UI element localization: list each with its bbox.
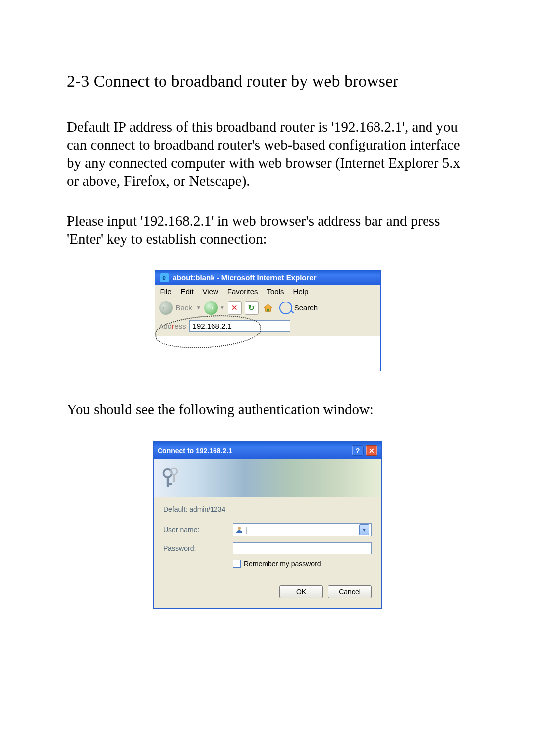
chevron-down-icon[interactable]: ▾	[359, 524, 369, 535]
paragraph-auth: You should see the following authenticat…	[67, 401, 468, 418]
auth-banner	[154, 459, 381, 497]
username-label: User name:	[163, 526, 233, 534]
ie-address-bar: Address	[155, 318, 380, 336]
ie-titlebar: e about:blank - Microsoft Internet Explo…	[155, 270, 380, 285]
keys-icon	[160, 467, 182, 489]
search-button[interactable]: Search	[279, 302, 318, 314]
forward-button[interactable]: →	[204, 301, 218, 315]
address-label: Address	[159, 322, 186, 330]
ok-button[interactable]: OK	[279, 585, 323, 598]
forward-dropdown-icon[interactable]: ▼	[220, 305, 225, 310]
ie-content-area	[155, 336, 380, 371]
menu-file[interactable]: File	[160, 287, 172, 296]
user-icon	[235, 526, 243, 534]
help-button[interactable]: ?	[352, 445, 364, 456]
svg-rect-3	[169, 483, 172, 485]
auth-dialog: Connect to 192.168.2.1 ? ✕ Default: admi…	[153, 441, 382, 609]
menu-edit[interactable]: Edit	[181, 287, 194, 296]
home-button[interactable]	[262, 302, 274, 314]
remember-password-label: Remember my password	[244, 560, 321, 568]
close-button[interactable]: ✕	[366, 445, 377, 456]
home-icon	[263, 302, 273, 313]
refresh-button[interactable]: ↻	[245, 301, 259, 315]
back-button[interactable]: ←	[159, 301, 173, 315]
menu-tools[interactable]: Tools	[267, 287, 284, 296]
search-icon	[279, 302, 292, 314]
menu-view[interactable]: View	[203, 287, 218, 296]
paragraph-intro: Default IP address of this broadband rou…	[67, 118, 468, 190]
svg-point-6	[238, 527, 241, 530]
ie-window: e about:blank - Microsoft Internet Explo…	[155, 270, 380, 371]
username-combo[interactable]: | ▾	[233, 523, 372, 536]
paragraph-instruction: Please input '192.168.2.1' in web browse…	[67, 212, 468, 248]
address-input[interactable]	[189, 320, 290, 332]
menu-help[interactable]: Help	[293, 287, 309, 296]
back-dropdown-icon[interactable]: ▼	[196, 305, 201, 310]
ie-toolbar: ← Back ▼ → ▼ ✕ ↻ Search	[155, 298, 380, 318]
back-button-label: Back	[176, 303, 192, 312]
svg-rect-5	[173, 474, 175, 483]
auth-titlebar: Connect to 192.168.2.1 ? ✕	[154, 442, 381, 459]
auth-hint-text: Default: admin/1234	[163, 505, 372, 513]
auth-window-title: Connect to 192.168.2.1	[158, 447, 232, 454]
search-button-label: Search	[294, 303, 318, 312]
password-field[interactable]	[233, 542, 372, 554]
stop-button[interactable]: ✕	[228, 301, 242, 315]
section-heading: 2-3 Connect to broadband router by web b…	[67, 72, 468, 91]
svg-rect-0	[267, 308, 269, 311]
ie-menubar: File Edit View Favorites Tools Help	[155, 285, 380, 298]
username-cursor: |	[245, 526, 247, 534]
ie-logo-icon: e	[160, 273, 169, 282]
ie-window-title: about:blank - Microsoft Internet Explore…	[173, 273, 317, 282]
cancel-button[interactable]: Cancel	[328, 585, 372, 598]
remember-password-checkbox[interactable]	[233, 560, 241, 568]
password-label: Password:	[163, 544, 233, 552]
svg-rect-2	[167, 477, 169, 487]
menu-favorites[interactable]: Favorites	[227, 287, 258, 296]
